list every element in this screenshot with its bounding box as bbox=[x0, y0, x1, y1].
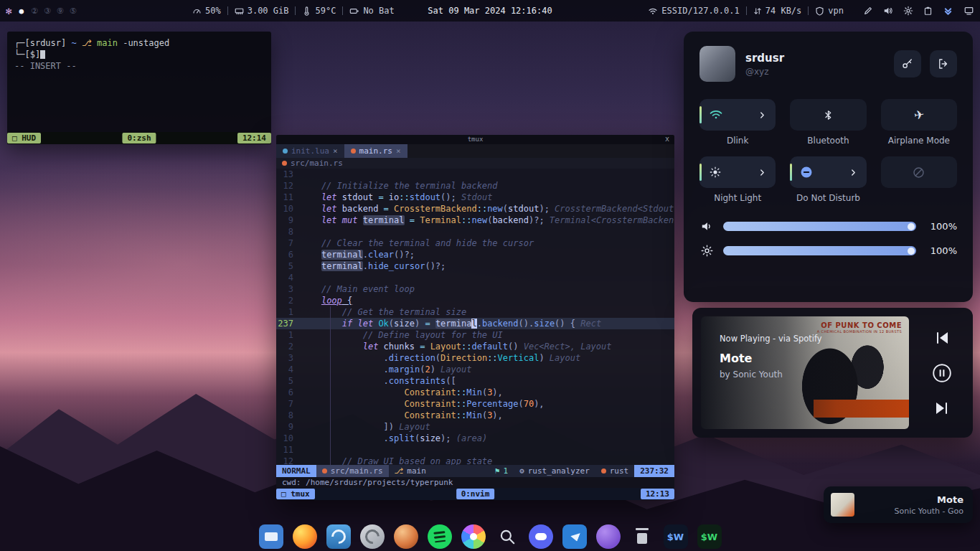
pause-button[interactable] bbox=[931, 362, 953, 384]
editor-window[interactable]: tmux x init.lua × main.rs × src/main.rs … bbox=[276, 135, 674, 500]
brightness-slider[interactable] bbox=[723, 246, 916, 255]
code-line[interactable]: 12 // Draw UI based on app state bbox=[276, 456, 674, 465]
network-module[interactable]: ESSID/127.0.0.1 bbox=[648, 6, 739, 16]
tab-main-rs[interactable]: main.rs × bbox=[344, 144, 407, 158]
dock-vscode-icon[interactable] bbox=[562, 524, 587, 549]
notification-popup[interactable]: Mote Sonic Youth - Goo bbox=[824, 486, 973, 523]
workspace-active-dot[interactable]: ● bbox=[19, 6, 24, 16]
code-line[interactable]: 6 terminal.clear()?; bbox=[276, 249, 674, 260]
code-line[interactable]: 8 Constraint::Min(3), bbox=[276, 410, 674, 421]
clock-module[interactable]: Sat 09 Mar 2024 12:16:40 bbox=[428, 6, 552, 16]
avatar[interactable] bbox=[699, 46, 735, 82]
keys-button[interactable] bbox=[894, 50, 921, 77]
brush-icon[interactable] bbox=[863, 6, 873, 16]
code-line[interactable]: 4 bbox=[276, 272, 674, 283]
cpu-module[interactable]: 50% bbox=[192, 6, 221, 16]
clipboard-icon[interactable] bbox=[923, 6, 933, 16]
workspace-item[interactable]: ③ bbox=[44, 6, 51, 16]
code-line[interactable]: 12 // Initialize the terminal backend bbox=[276, 180, 674, 192]
battery-module[interactable]: No Bat bbox=[349, 6, 394, 16]
volume-slider[interactable] bbox=[723, 222, 916, 231]
dock-spotify-icon[interactable] bbox=[428, 524, 452, 549]
toggle-dlink[interactable] bbox=[699, 99, 776, 131]
settings-gear-icon[interactable] bbox=[903, 6, 913, 16]
layout-monitor-icon[interactable] bbox=[963, 6, 974, 16]
dock-magnifier-icon[interactable] bbox=[495, 524, 519, 549]
code-line[interactable]: 13 bbox=[276, 169, 674, 180]
code-line[interactable]: 11 bbox=[276, 444, 674, 456]
git-branch-name: main bbox=[97, 38, 118, 48]
tmux-window-pill[interactable]: 0:nvim bbox=[456, 489, 495, 499]
dock-purple-app-icon[interactable] bbox=[596, 524, 621, 549]
dock-orange-app-icon[interactable] bbox=[394, 524, 418, 549]
close-icon[interactable]: × bbox=[396, 146, 401, 156]
dock-firefox-icon[interactable] bbox=[293, 524, 317, 549]
memory-module[interactable]: 3.00 GiB bbox=[235, 6, 289, 16]
dock-wallet-green-icon[interactable]: $W bbox=[697, 524, 722, 549]
terminal-content[interactable]: ┌─[srdusr] ~ ⎇ main -unstaged └─[$] -- I… bbox=[7, 32, 271, 132]
tab-init-lua[interactable]: init.lua × bbox=[276, 144, 344, 158]
code-line[interactable]: 10 .split(size); (area) bbox=[276, 433, 674, 444]
code-line[interactable]: 8 bbox=[276, 226, 674, 237]
track-title: Mote bbox=[720, 352, 822, 365]
terminal-window[interactable]: ┌─[srdusr] ~ ⎇ main -unstaged └─[$] -- I… bbox=[7, 32, 271, 144]
logout-button[interactable] bbox=[930, 50, 957, 77]
code-line[interactable]: 237 if let Ok(size) = terminal.backend()… bbox=[276, 318, 674, 329]
toggle-blocked[interactable] bbox=[881, 156, 957, 188]
toggle-airplane-mode[interactable]: ✈ bbox=[881, 99, 957, 131]
code-line[interactable]: 9 let mut terminal = Terminal::new(backe… bbox=[276, 215, 674, 226]
dock-files-icon[interactable] bbox=[259, 524, 283, 549]
speaker-icon[interactable] bbox=[883, 6, 893, 16]
tmux-window-pill[interactable]: 0:zsh bbox=[122, 133, 156, 143]
workspace-item[interactable]: ⑤ bbox=[70, 6, 77, 16]
code-line[interactable]: 1 // Get the terminal size bbox=[276, 306, 674, 318]
code-line[interactable]: 3 .direction(Direction::Vertical) Layout bbox=[276, 352, 674, 364]
dock-gray-swirl-icon[interactable] bbox=[360, 524, 385, 549]
close-icon[interactable]: × bbox=[333, 146, 338, 156]
code-line[interactable]: 7 Constraint::Percentage(70), bbox=[276, 398, 674, 410]
code-line[interactable]: 5 terminal.hide_cursor()?; bbox=[276, 260, 674, 272]
code-line[interactable]: 6 Constraint::Min(3), bbox=[276, 387, 674, 398]
code-line[interactable]: 7 // Clear the terminal and hide the cur… bbox=[276, 237, 674, 249]
tmux-session-pill[interactable]: □ tmux bbox=[276, 489, 315, 499]
code-line[interactable]: 2 let chunks = Layout::default() Vec<Rec… bbox=[276, 341, 674, 352]
statusline-filetype: rust bbox=[595, 465, 635, 477]
code-line[interactable]: 5 .constraints([ bbox=[276, 375, 674, 387]
network-speed-module[interactable]: 74 KB/s bbox=[753, 6, 802, 16]
code-line[interactable]: 11 let stdout = io::stdout(); Stdout bbox=[276, 192, 674, 203]
close-button[interactable]: x bbox=[665, 135, 669, 143]
toggle-do-not-disturb[interactable] bbox=[790, 156, 866, 188]
toggle-night-light[interactable] bbox=[699, 156, 776, 188]
dock-discord-icon[interactable] bbox=[529, 524, 553, 549]
code-area[interactable]: 1312 // Initialize the terminal backend1… bbox=[276, 169, 674, 465]
dock-photos-icon[interactable] bbox=[461, 524, 486, 549]
session-name: HUD bbox=[22, 133, 36, 143]
dock-qutebrowser-icon[interactable] bbox=[326, 524, 351, 549]
next-track-button[interactable] bbox=[933, 400, 951, 417]
code-line[interactable]: 4 .margin(2) Layout bbox=[276, 364, 674, 375]
temperature-module[interactable]: 59°C bbox=[302, 6, 336, 16]
window-titlebar[interactable]: tmux x bbox=[276, 135, 674, 144]
previous-track-button[interactable] bbox=[933, 329, 951, 347]
dock-trash-icon[interactable] bbox=[630, 524, 654, 549]
code-line[interactable]: 2 loop { bbox=[276, 295, 674, 306]
album-art[interactable]: OF PUNK TO COME A CHEMICAL BOMBINATION I… bbox=[701, 316, 909, 429]
launcher-icon[interactable]: ✻ bbox=[6, 5, 11, 17]
code-line[interactable]: 10 let backend = CrosstermBackend::new(s… bbox=[276, 203, 674, 215]
workspace-item[interactable]: ② bbox=[31, 6, 38, 16]
code-line[interactable]: 9 ]) Layout bbox=[276, 421, 674, 433]
chevron-right-icon bbox=[849, 169, 857, 176]
profile-name: srdusr bbox=[745, 52, 784, 65]
chevron-double-down-icon[interactable] bbox=[943, 6, 953, 17]
vpn-module[interactable]: vpn bbox=[815, 6, 844, 16]
toggle-bluetooth[interactable] bbox=[790, 99, 866, 131]
line-number: 3 bbox=[276, 352, 301, 364]
slider-knob[interactable] bbox=[908, 223, 915, 230]
code-line[interactable]: 1 // Define layout for the UI bbox=[276, 329, 674, 341]
tab-label: main.rs bbox=[359, 146, 392, 156]
code-line[interactable]: 3 // Main event loop bbox=[276, 283, 674, 295]
dock-wallet-blue-icon[interactable]: $W bbox=[664, 524, 688, 549]
slider-knob[interactable] bbox=[908, 248, 915, 255]
workspace-item[interactable]: ⑨ bbox=[57, 6, 64, 16]
tmux-session-pill[interactable]: □ HUD bbox=[7, 133, 41, 143]
